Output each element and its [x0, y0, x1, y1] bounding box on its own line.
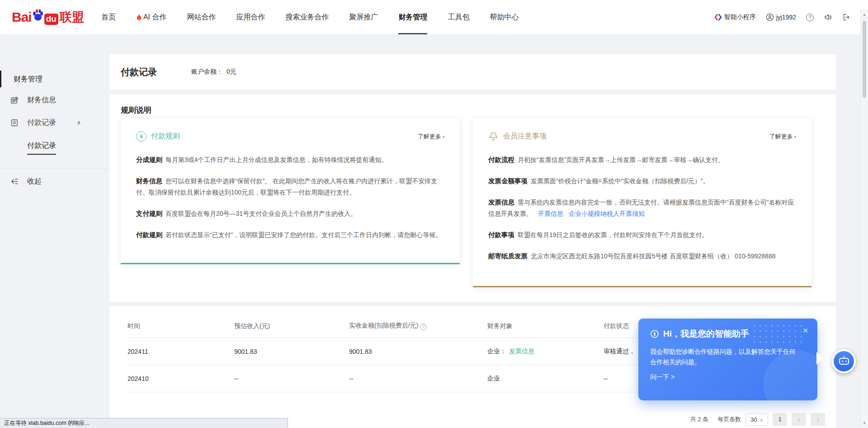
sound-icon[interactable]	[824, 13, 832, 21]
page-header-card: 付款记录 账户余额：0元	[109, 54, 836, 90]
payment-rules-card: ¥ 付款规则 了解更多› 分成规则每月第3或4个工作日产出上月分成信息及发票信息…	[121, 119, 460, 264]
popup-tail	[816, 352, 824, 365]
chevron-down-icon: ∨	[760, 418, 763, 423]
sidebar-collapse-button[interactable]: 收起	[0, 175, 109, 188]
more-arrow-icon: ›	[443, 133, 444, 140]
small-taxpayer-link[interactable]: 企业小规模纳税人开票须知	[569, 210, 645, 217]
baidu-union-logo[interactable]: Bai du 联盟	[12, 9, 84, 26]
nav-item-help-center[interactable]: 帮助中心	[490, 0, 519, 34]
rule-item: 财务信息您可以在财务信息中选择“保留付款”。 在此期间您产生的收入将在账户内进行…	[136, 176, 444, 198]
sidebar-active-group-mark	[0, 71, 1, 87]
logo-text-du: du	[44, 14, 58, 25]
assistant-popup: Hi，我是您的智能助手 ✕ 我会帮助您诊断合作链路问题，以及解答您关于任何合作相…	[638, 319, 817, 400]
member-notes-more-link[interactable]: 了解更多›	[769, 133, 796, 141]
more-arrow-icon: ›	[794, 133, 796, 140]
flame-icon	[136, 14, 142, 21]
nav-item-home[interactable]: 首页	[101, 0, 116, 34]
scroll-down-icon[interactable]: ▼	[863, 421, 866, 425]
invoice-info-link[interactable]: 开票信息	[538, 210, 563, 217]
robot-icon	[834, 351, 854, 371]
member-notes-title: 会员注意事项	[503, 132, 547, 141]
assistant-robot-button[interactable]	[832, 349, 856, 373]
cell-estimated: 9001.83	[234, 338, 349, 365]
nav-item-app[interactable]: 应用合作	[236, 0, 265, 34]
note-item: 发票金额事项发票票面“价税合计”金额=系统中“实收金额（扣除税费后/元）”。	[488, 176, 796, 187]
smart-miniprogram-link[interactable]: 智能小程序	[714, 13, 756, 21]
invoice-info-table-link[interactable]: 发票信息	[509, 347, 534, 355]
note-item: 付款事项联盟在每月19日之后签收的发票，付款时间安排在下个月首批支付。	[488, 229, 796, 241]
payment-rules-title: 付款规则	[151, 132, 180, 141]
col-target: 财务对象	[487, 322, 604, 338]
compass-icon	[650, 329, 659, 338]
col-time: 时间	[127, 322, 234, 338]
ask-now-link[interactable]: 问一下 >	[650, 373, 806, 381]
balance-value: 0元	[226, 68, 236, 75]
top-navbar: Bai du 联盟 首页 AI 合作 网站合作 应用合作 搜索业务合作 聚屏推广…	[0, 0, 868, 34]
cell-estimated: --	[234, 365, 349, 392]
nav-item-toolkit[interactable]: 工具包	[448, 0, 469, 34]
sidebar-item-finance-info[interactable]: 财务信息	[0, 93, 109, 107]
close-icon[interactable]: ✕	[802, 327, 808, 335]
rule-item: 付款规则若付款状态显示“已支付”，说明联盟已安排了您的付款。支付后三个工作日内到…	[136, 229, 444, 241]
nav-item-finance[interactable]: 财务管理	[398, 0, 427, 34]
account-balance: 账户余额：0元	[191, 68, 236, 76]
total-count: 共 2 条	[690, 415, 708, 423]
sidebar-divider	[0, 168, 109, 169]
finance-info-icon	[10, 96, 19, 105]
user-icon	[766, 13, 774, 21]
baidu-paw-icon	[32, 9, 44, 21]
logo-text-union: 联盟	[60, 9, 84, 25]
cell-time: 202411	[127, 338, 234, 365]
col-actual: 实收金额(扣除税费后/元)?	[349, 322, 487, 338]
scroll-up-icon[interactable]: ▲	[863, 13, 866, 17]
per-page-select[interactable]: 30∨	[745, 414, 768, 426]
sidebar-item-payment-records[interactable]: 付款记录 ∧	[0, 116, 109, 129]
per-page-label: 每页条数	[717, 415, 741, 423]
miniprogram-logo-icon	[714, 13, 722, 21]
collapse-icon	[10, 177, 19, 185]
note-item: 邮寄纸质发票北京市海淀区西北旺东路10号院百度科技园5号楼 百度联盟财务组（收）…	[488, 251, 796, 262]
info-icon[interactable]: ?	[420, 323, 427, 330]
assistant-title: Hi，我是您的智能助手	[663, 328, 749, 340]
nav-item-website[interactable]: 网站合作	[187, 0, 216, 34]
user-account[interactable]: jyj1992	[766, 13, 796, 21]
logout-icon[interactable]	[842, 13, 851, 21]
nav-item-ai[interactable]: AI 合作	[136, 0, 167, 34]
username: jyj1992	[776, 14, 796, 21]
scrollbar-thumb[interactable]	[863, 21, 866, 98]
sidebar-group-finance[interactable]: 财务管理	[14, 75, 42, 84]
sidebar: 财务管理 财务信息 付款记录 ∧ 付款记录 收起	[0, 34, 109, 428]
nav-item-juping[interactable]: 聚屏推广	[349, 0, 378, 34]
note-item: 付款流程月初按“发票信息”页面开具发票→上传发票→邮寄发票→审核→确认支付。	[488, 154, 796, 166]
page-title: 付款记录	[121, 66, 157, 78]
cell-target: 企业：发票信息	[487, 338, 604, 365]
vertical-scrollbar[interactable]: ▲ ▼	[860, 9, 868, 428]
cell-actual: --	[349, 365, 487, 392]
help-icon[interactable]: ?	[806, 14, 814, 21]
main-nav: 首页 AI 合作 网站合作 应用合作 搜索业务合作 聚屏推广 财务管理 工具包 …	[101, 0, 519, 34]
rule-item: 支付规则百度联盟会在每月20号—31号支付企业会员上个自然月产生的收入。	[136, 208, 444, 219]
rule-item: 分成规则每月第3或4个工作日产出上月分成信息及发票信息，如有特殊情况将提前通知。	[136, 154, 444, 166]
cell-time: 202410	[127, 365, 234, 392]
payment-rules-more-link[interactable]: 了解更多›	[418, 133, 444, 141]
assistant-message: 我会帮助您诊断合作链路问题，以及解答您关于任何合作相关的问题。	[650, 347, 799, 367]
note-item: 发票信息需与系统内发票信息内容完全一致，否则无法支付。请根据发票信息页面中“百度…	[488, 197, 796, 219]
cell-actual: 9001.83	[349, 338, 487, 365]
bell-icon	[488, 131, 499, 142]
yuan-circle-icon: ¥	[136, 131, 146, 142]
payment-record-icon	[10, 119, 19, 127]
col-estimated: 预估收入(元)	[234, 322, 349, 338]
browser-status-bar: 正在等待 xlab.baidu.com 的响应...	[0, 418, 288, 428]
member-notes-card: 会员注意事项 了解更多› 付款流程月初按“发票信息”页面开具发票→上传发票→邮寄…	[473, 119, 811, 287]
next-page-button[interactable]: ›	[811, 413, 825, 426]
topbar-right: 智能小程序 jyj1992 ?	[714, 13, 851, 21]
logo-text-bai: Bai	[12, 10, 32, 25]
cell-target: 企业	[487, 365, 604, 392]
rules-section-title: 规则说明	[121, 105, 151, 115]
rules-card: 规则说明 ¥ 付款规则 了解更多› 分成规则每月第3或4个工作日产出上月分成信息…	[109, 94, 836, 302]
nav-item-search-biz[interactable]: 搜索业务合作	[285, 0, 329, 34]
sidebar-subitem-payment-records-active[interactable]: 付款记录	[27, 141, 56, 155]
chevron-up-icon[interactable]: ∧	[77, 119, 81, 126]
